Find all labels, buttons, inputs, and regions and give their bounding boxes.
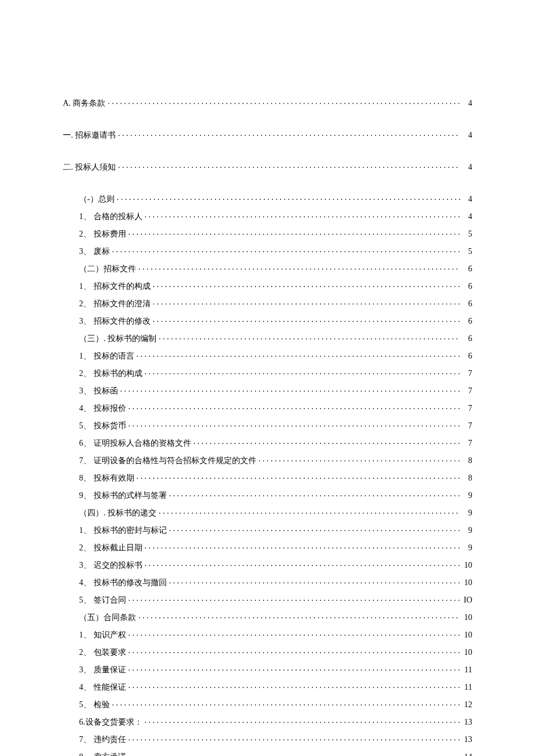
toc-entry-label: （四）. 投标书的递交 xyxy=(79,509,156,517)
toc-entry-label: 2、 招标文件的澄清 xyxy=(79,300,151,308)
toc-leader-dots xyxy=(137,472,461,481)
toc-leader-dots xyxy=(120,385,461,393)
toc-leader-dots xyxy=(129,751,461,756)
toc-entry-page: 7 xyxy=(462,387,472,395)
toc-entry: A. 商务条款4 xyxy=(63,98,472,108)
toc-leader-dots xyxy=(129,594,461,603)
toc-leader-dots xyxy=(145,560,461,568)
toc-leader-dots xyxy=(129,682,461,690)
toc-entry-label: 6.设备交货要求： xyxy=(79,718,142,726)
toc-entry-label: 3、 废标 xyxy=(79,248,110,256)
toc-leader-dots xyxy=(112,699,461,707)
toc-leader-dots xyxy=(117,194,461,202)
toc-leader-dots xyxy=(153,316,461,324)
toc-entry-label: 7、 违约责任 xyxy=(79,736,126,744)
table-of-contents: A. 商务条款4一. 招标邀请书4二. 投标人须知4（-）总则41、 合格的投标… xyxy=(63,98,472,756)
toc-entry-label: 3、 招标文件的修改 xyxy=(79,317,151,325)
toc-leader-dots xyxy=(169,490,461,498)
toc-leader-dots xyxy=(129,734,461,742)
toc-entry-page: 7 xyxy=(462,422,472,430)
toc-entry: （五）合同条款10 xyxy=(63,612,472,622)
toc-entry: 4、 性能保证11 xyxy=(63,682,472,691)
toc-leader-dots xyxy=(194,438,461,446)
toc-leader-dots xyxy=(145,368,461,376)
toc-entry-page: 6 xyxy=(462,300,472,308)
toc-entry-page: 6 xyxy=(462,282,472,291)
toc-leader-dots xyxy=(137,350,461,359)
toc-leader-dots xyxy=(159,333,461,341)
toc-entry-page: 10 xyxy=(462,561,472,569)
toc-entry-label: 一. 招标邀请书 xyxy=(63,131,116,139)
toc-entry-page: 11 xyxy=(462,666,472,674)
toc-entry: 5、 检验12 xyxy=(63,699,472,709)
toc-entry-page: 6 xyxy=(462,317,472,325)
toc-entry-label: 2、 投标书的构成 xyxy=(79,370,142,378)
toc-entry-page: 13 xyxy=(462,736,472,744)
toc-leader-dots xyxy=(129,228,461,237)
toc-entry: 3、 质量保证11 xyxy=(63,664,472,674)
toc-leader-dots xyxy=(259,455,461,463)
toc-entry-page: 4 xyxy=(462,163,472,171)
toc-entry-page: 13 xyxy=(462,718,472,726)
toc-entry: （三）. 投标书的编制6 xyxy=(63,333,472,343)
toc-entry-label: （二）招标文件 xyxy=(79,265,136,273)
toc-entry: 2、 投标费用5 xyxy=(63,228,472,238)
toc-entry: 二. 投标人须知4 xyxy=(63,162,472,171)
toc-entry-page: 11 xyxy=(462,683,472,691)
toc-entry-label: 7、 证明设备的合格性与符合招标文件规定的文件 xyxy=(79,457,256,465)
toc-entry: 1、 合格的投标人4 xyxy=(63,211,472,221)
toc-entry-label: 3、 投标函 xyxy=(79,387,118,395)
toc-entry-page: 10 xyxy=(462,631,472,639)
toc-entry-label: 4、 投标书的修改与撤回 xyxy=(79,579,167,587)
toc-entry: （四）. 投标书的递交9 xyxy=(63,507,472,517)
toc-entry-label: 5、 投标货币 xyxy=(79,422,126,430)
toc-entry-label: （-）总则 xyxy=(79,195,115,203)
toc-leader-dots xyxy=(108,98,461,106)
toc-entry: 3、 迟交的投标书10 xyxy=(63,560,472,569)
document-page: A. 商务条款4一. 招标邀请书4二. 投标人须知4（-）总则41、 合格的投标… xyxy=(0,0,535,756)
toc-leader-dots xyxy=(118,162,461,170)
toc-entry-page: 9 xyxy=(462,544,472,552)
toc-leader-dots xyxy=(169,525,461,533)
toc-entry: 9、 投标书的式样与签署9 xyxy=(63,490,472,500)
toc-entry-page: 7 xyxy=(462,404,472,413)
toc-entry-label: 2、 投标截止日期 xyxy=(79,544,142,552)
toc-entry-page: 6 xyxy=(462,265,472,273)
toc-leader-dots xyxy=(129,403,461,411)
toc-entry-page: 4 xyxy=(462,195,472,203)
toc-entry-page: 4 xyxy=(462,131,472,139)
toc-entry: 3、 投标函7 xyxy=(63,385,472,395)
toc-entry: 1、 知识产权10 xyxy=(63,629,472,639)
toc-entry-page: 6 xyxy=(462,335,472,343)
toc-entry-page: 8 xyxy=(462,457,472,465)
toc-leader-dots xyxy=(138,263,461,271)
toc-leader-dots xyxy=(129,664,461,672)
toc-leader-dots xyxy=(153,281,461,289)
toc-entry-label: A. 商务条款 xyxy=(63,99,105,108)
toc-entry-page: 5 xyxy=(462,248,472,256)
toc-entry: 7、 证明设备的合格性与符合招标文件规定的文件8 xyxy=(63,455,472,465)
toc-entry: 2、 投标截止日期9 xyxy=(63,542,472,552)
toc-entry-page: 9 xyxy=(462,526,472,535)
toc-leader-dots xyxy=(129,629,461,637)
toc-entry: 8、 投标有效期8 xyxy=(63,472,472,482)
toc-leader-dots xyxy=(153,298,461,306)
toc-entry: （二）招标文件6 xyxy=(63,263,472,273)
toc-entry-label: 1、 知识产权 xyxy=(79,631,126,639)
toc-entry: 6、 证明投标人合格的资格文件7 xyxy=(63,438,472,447)
toc-entry: 1、 投标的语言6 xyxy=(63,350,472,360)
toc-entry-label: 1、 合格的投标人 xyxy=(79,213,142,221)
toc-leader-dots xyxy=(129,420,461,428)
toc-entry-label: 二. 投标人须知 xyxy=(63,163,116,171)
toc-entry-page: 10 xyxy=(462,579,472,587)
toc-entry-page: 6 xyxy=(462,352,472,360)
toc-entry-label: （三）. 投标书的编制 xyxy=(79,335,156,343)
toc-entry-page: 9 xyxy=(462,492,472,500)
toc-entry-label: 8、 投标有效期 xyxy=(79,474,134,482)
toc-entry: 7、 违约责任13 xyxy=(63,734,472,744)
toc-entry: 4、 投标书的修改与撤回10 xyxy=(63,577,472,587)
toc-leader-dots xyxy=(145,542,461,550)
toc-entry: 2、 招标文件的澄清6 xyxy=(63,298,472,308)
toc-leader-dots xyxy=(129,647,461,655)
toc-entry-page: 4 xyxy=(462,213,472,221)
